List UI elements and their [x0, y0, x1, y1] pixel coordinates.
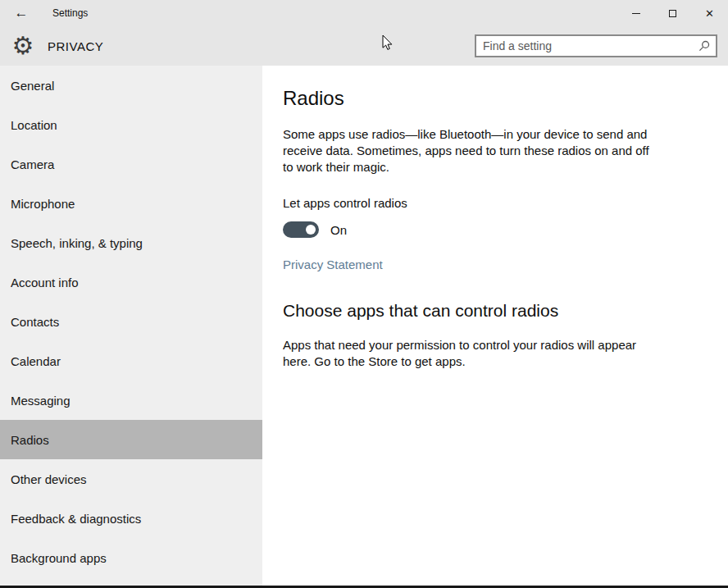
- close-button[interactable]: ✕: [691, 0, 728, 26]
- section-description: Apps that need your permission to contro…: [283, 337, 656, 370]
- toggle-label: Let apps control radios: [283, 196, 715, 210]
- sidebar-item-contacts[interactable]: Contacts: [0, 302, 262, 341]
- sidebar-item-feedback-diagnostics[interactable]: Feedback & diagnostics: [0, 499, 262, 538]
- sidebar-item-general[interactable]: General: [0, 66, 262, 105]
- content: Radios Some apps use radios—like Bluetoo…: [262, 66, 728, 586]
- gear-icon: ⚙: [8, 30, 38, 62]
- sidebar-item-other-devices[interactable]: Other devices: [0, 459, 262, 499]
- header: ⚙ PRIVACY: [0, 26, 728, 66]
- search-input[interactable]: [476, 39, 693, 52]
- search-box[interactable]: [475, 34, 717, 57]
- radios-heading: Radios: [283, 87, 715, 110]
- sidebar-item-microphone[interactable]: Microphone: [0, 184, 262, 223]
- minimize-button[interactable]: [617, 0, 654, 26]
- sidebar-item-radios[interactable]: Radios: [0, 420, 262, 459]
- maximize-icon: [669, 10, 676, 17]
- toggle-knob: [306, 225, 316, 235]
- section-heading: Choose apps that can control radios: [283, 301, 715, 321]
- caption-buttons: ✕: [617, 0, 728, 26]
- sidebar-item-background-apps[interactable]: Background apps: [0, 538, 262, 577]
- radios-description: Some apps use radios—like Bluetooth—in y…: [283, 126, 656, 175]
- search-icon: [693, 40, 716, 52]
- toggle-row: On: [283, 221, 715, 238]
- sidebar-item-location[interactable]: Location: [0, 105, 262, 144]
- sidebar-item-speech-inking-typing[interactable]: Speech, inking, & typing: [0, 223, 262, 262]
- body-area: General Location Camera Microphone Speec…: [0, 66, 728, 586]
- close-icon: ✕: [705, 8, 714, 19]
- sidebar-item-camera[interactable]: Camera: [0, 144, 262, 184]
- sidebar-item-calendar[interactable]: Calendar: [0, 341, 262, 381]
- sidebar-item-messaging[interactable]: Messaging: [0, 381, 262, 420]
- minimize-icon: [632, 13, 640, 14]
- toggle-state: On: [330, 223, 347, 237]
- privacy-statement-link[interactable]: Privacy Statement: [283, 258, 383, 271]
- maximize-button[interactable]: [654, 0, 691, 26]
- settings-window: ← Settings ✕ ⚙ PRIVACY: [0, 0, 728, 588]
- back-button[interactable]: ←: [7, 0, 36, 26]
- sidebar-item-account-info[interactable]: Account info: [0, 262, 262, 302]
- sidebar: General Location Camera Microphone Speec…: [0, 66, 262, 586]
- back-icon: ←: [15, 5, 29, 21]
- window-title: Settings: [52, 0, 88, 26]
- page-title: PRIVACY: [48, 26, 103, 66]
- radios-toggle[interactable]: [283, 221, 319, 238]
- titlebar: ← Settings ✕: [0, 0, 728, 26]
